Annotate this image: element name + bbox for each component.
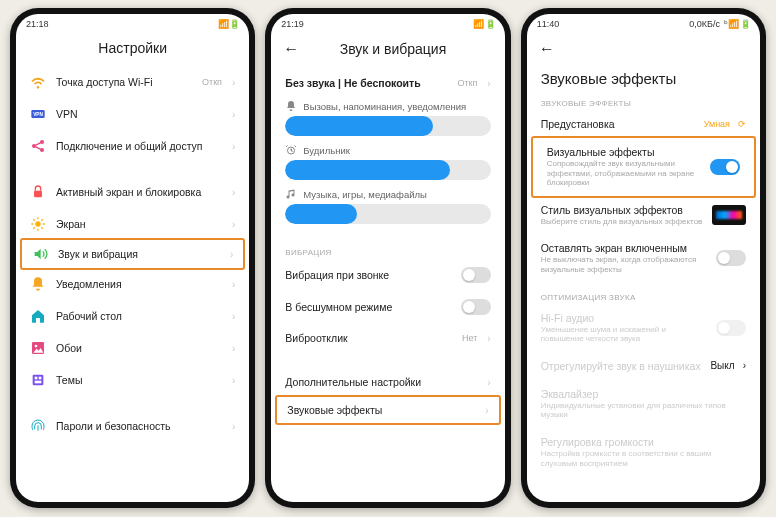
sound-list: Без звука | Не беспокоить Откп › Вызовы,… <box>271 68 504 502</box>
status-icons: ᵇ 📶 🔋 <box>724 19 750 29</box>
section-optimization: ОПТИМИЗАЦИЯ ЗВУКА <box>527 289 760 304</box>
row-hifi: Hi-Fi аудио Уменьшение шума и искажений … <box>527 304 760 352</box>
row-vpn[interactable]: VPNVPN› <box>16 98 249 130</box>
svg-rect-9 <box>33 375 44 386</box>
status-time: 21:18 <box>26 19 49 29</box>
toggle[interactable] <box>461 267 491 283</box>
row-label: Темы <box>56 374 222 387</box>
screen-settings: 21:18 📶 🔋 Настройки Точка доступа Wi-FiО… <box>16 14 249 502</box>
row-share[interactable]: Подключение и общий доступ› <box>16 130 249 162</box>
row-silent-dnd[interactable]: Без звука | Не беспокоить Откп › <box>271 68 504 98</box>
row-label: Звуковые эффекты <box>287 404 475 417</box>
slider-alarm: Будильник <box>271 142 504 186</box>
row-Звуковые-эффекты[interactable]: Звуковые эффекты› <box>275 395 500 425</box>
chevron-right-icon: › <box>232 311 235 322</box>
row-wifi[interactable]: Точка доступа Wi-FiОткп› <box>16 66 249 98</box>
silent-value: Откп <box>457 78 477 88</box>
visual-label: Визуальные эффекты <box>547 146 702 158</box>
slider-track[interactable] <box>285 204 490 224</box>
row-В-бесшумном-режиме[interactable]: В бесшумном режиме <box>271 291 504 323</box>
row-keep-screen-on[interactable]: Оставлять экран включенным Не выключать … <box>527 234 760 282</box>
slider-track[interactable] <box>285 116 490 136</box>
row-lock[interactable]: Активный экран и блокировка› <box>16 176 249 208</box>
headphones-value: Выкл <box>710 360 734 371</box>
row-label: Точка доступа Wi-Fi <box>56 76 192 89</box>
row-label: Обои <box>56 342 222 355</box>
phone-frame-2: 21:19 📶 🔋 ← Звук и вибрация Без звука | … <box>265 8 510 508</box>
section-vibration: ВИБРАЦИЯ <box>271 244 504 259</box>
status-data-rate: 0,0КБ/с <box>689 19 720 29</box>
alarm-icon <box>285 144 297 156</box>
chevron-right-icon: › <box>232 219 235 230</box>
svg-point-6 <box>35 221 40 226</box>
row-preset[interactable]: Предустановка Умная ⟳ <box>527 110 760 138</box>
statusbar: 21:19 📶 🔋 <box>271 14 504 34</box>
header: ← Звук и вибрация <box>271 34 504 68</box>
row-sound[interactable]: Звук и вибрация› <box>20 238 245 270</box>
fingerprint-icon <box>30 418 46 434</box>
bell-icon <box>285 100 297 112</box>
row-fingerprint[interactable]: Пароли и безопасность› <box>16 410 249 442</box>
slider-label: Будильник <box>285 144 490 156</box>
row-Виброотклик[interactable]: ВиброоткликНет› <box>271 323 504 353</box>
style-label: Стиль визуальных эффектов <box>541 204 704 216</box>
row-brightness[interactable]: Экран› <box>16 208 249 240</box>
slider-track[interactable] <box>285 160 490 180</box>
row-value: Нет <box>462 333 477 343</box>
row-wallpaper[interactable]: Обои› <box>16 332 249 364</box>
keepon-sub: Не выключать экран, когда отображаются в… <box>541 255 708 274</box>
statusbar: 21:18 📶 🔋 <box>16 14 249 34</box>
toggle[interactable] <box>461 299 491 315</box>
row-home[interactable]: Рабочий стол› <box>16 300 249 332</box>
row-themes[interactable]: Темы› <box>16 364 249 396</box>
hifi-sub: Уменьшение шума и искажений и повышение … <box>541 325 708 344</box>
chevron-right-icon: › <box>487 78 490 89</box>
chevron-right-icon: › <box>230 249 233 260</box>
screen-sound: 21:19 📶 🔋 ← Звук и вибрация Без звука | … <box>271 14 504 502</box>
headphones-label: Отрегулируйте звук в наушниках <box>541 360 703 372</box>
status-time: 11:40 <box>537 19 560 29</box>
chevron-right-icon: › <box>232 343 235 354</box>
chevron-right-icon: › <box>232 187 235 198</box>
row-volume[interactable]: Регулировка громкости Настройка громкост… <box>527 428 760 476</box>
slider-label: Музыка, игры, медиафайлы <box>285 188 490 200</box>
chevron-right-icon: › <box>232 141 235 152</box>
themes-icon <box>30 372 46 388</box>
chevron-right-icon: › <box>232 375 235 386</box>
status-icons: 📶 🔋 <box>218 19 240 29</box>
row-Дополнительные-настройки[interactable]: Дополнительные настройки› <box>271 367 504 397</box>
phone-frame-3: 11:40 0,0КБ/с ᵇ 📶 🔋 ← Звуковые эффекты З… <box>521 8 766 508</box>
phone-frame-1: 21:18 📶 🔋 Настройки Точка доступа Wi-FiО… <box>10 8 255 508</box>
row-label: Дополнительные настройки <box>285 376 477 389</box>
visual-sub: Сопровождайте звук визуальными эффектами… <box>547 159 702 188</box>
music-icon <box>285 188 297 200</box>
back-button[interactable]: ← <box>539 40 555 58</box>
row-visual-effects[interactable]: Визуальные эффекты Сопровождайте звук ви… <box>531 136 756 198</box>
svg-point-8 <box>35 345 38 348</box>
chevron-right-icon: › <box>232 421 235 432</box>
lock-icon <box>30 184 46 200</box>
status-time: 21:19 <box>281 19 304 29</box>
row-eq[interactable]: Эквалайзер Индивидуальные установки для … <box>527 380 760 428</box>
page-title: Звук и вибрация <box>293 41 492 57</box>
svg-text:VPN: VPN <box>33 112 43 117</box>
style-preview <box>712 205 746 225</box>
wallpaper-icon <box>30 340 46 356</box>
keepon-toggle[interactable] <box>716 250 746 266</box>
volume-label: Регулировка громкости <box>541 436 746 448</box>
statusbar: 11:40 0,0КБ/с ᵇ 📶 🔋 <box>527 14 760 34</box>
status-right: 0,0КБ/с ᵇ 📶 🔋 <box>689 19 750 29</box>
row-value: Откп <box>202 77 222 87</box>
row-label: VPN <box>56 108 222 121</box>
row-visual-style[interactable]: Стиль визуальных эффектов Выберите стиль… <box>527 196 760 235</box>
chevron-right-icon: › <box>487 377 490 388</box>
preset-label: Предустановка <box>541 118 696 130</box>
visual-toggle[interactable] <box>710 159 740 175</box>
hifi-label: Hi-Fi аудио <box>541 312 708 324</box>
row-bell[interactable]: Уведомления› <box>16 268 249 300</box>
page-title: Звуковые эффекты <box>527 68 760 95</box>
row-label: В бесшумном режиме <box>285 301 450 314</box>
row-headphones[interactable]: Отрегулируйте звук в наушниках Выкл › <box>527 352 760 380</box>
row-label: Активный экран и блокировка <box>56 186 222 199</box>
row-Вибрация-при-звонке[interactable]: Вибрация при звонке <box>271 259 504 291</box>
